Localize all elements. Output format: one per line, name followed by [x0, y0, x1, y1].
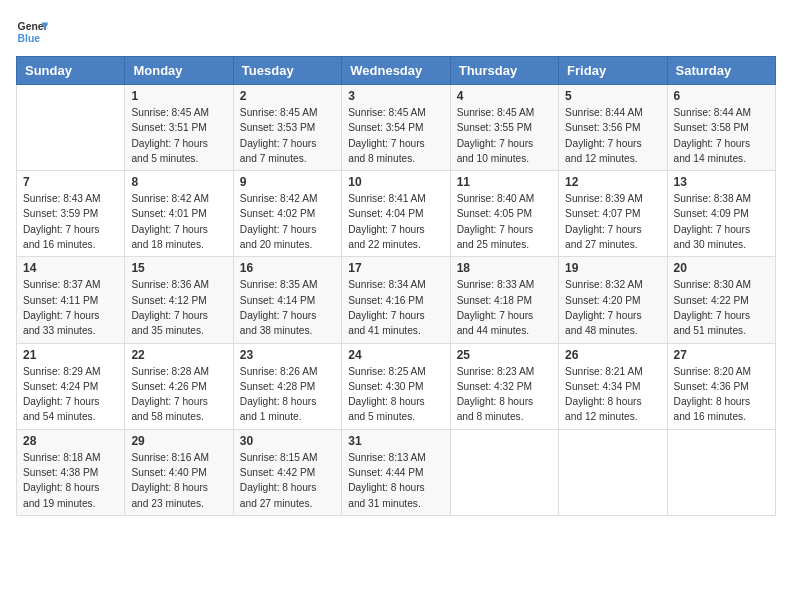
weekday-header-sunday: Sunday — [17, 57, 125, 85]
day-info: Sunrise: 8:40 AMSunset: 4:05 PMDaylight:… — [457, 191, 552, 252]
calendar-cell — [450, 429, 558, 515]
day-number: 15 — [131, 261, 226, 275]
day-number: 17 — [348, 261, 443, 275]
calendar-cell: 17Sunrise: 8:34 AMSunset: 4:16 PMDayligh… — [342, 257, 450, 343]
day-info: Sunrise: 8:16 AMSunset: 4:40 PMDaylight:… — [131, 450, 226, 511]
day-number: 28 — [23, 434, 118, 448]
day-number: 16 — [240, 261, 335, 275]
calendar-cell: 31Sunrise: 8:13 AMSunset: 4:44 PMDayligh… — [342, 429, 450, 515]
day-number: 25 — [457, 348, 552, 362]
calendar-cell: 8Sunrise: 8:42 AMSunset: 4:01 PMDaylight… — [125, 171, 233, 257]
calendar-cell: 2Sunrise: 8:45 AMSunset: 3:53 PMDaylight… — [233, 85, 341, 171]
day-number: 26 — [565, 348, 660, 362]
day-info: Sunrise: 8:42 AMSunset: 4:02 PMDaylight:… — [240, 191, 335, 252]
calendar-week-row: 14Sunrise: 8:37 AMSunset: 4:11 PMDayligh… — [17, 257, 776, 343]
day-info: Sunrise: 8:34 AMSunset: 4:16 PMDaylight:… — [348, 277, 443, 338]
day-number: 12 — [565, 175, 660, 189]
day-number: 6 — [674, 89, 769, 103]
calendar-cell: 13Sunrise: 8:38 AMSunset: 4:09 PMDayligh… — [667, 171, 775, 257]
day-number: 18 — [457, 261, 552, 275]
day-info: Sunrise: 8:21 AMSunset: 4:34 PMDaylight:… — [565, 364, 660, 425]
calendar-table: SundayMondayTuesdayWednesdayThursdayFrid… — [16, 56, 776, 516]
calendar-cell: 22Sunrise: 8:28 AMSunset: 4:26 PMDayligh… — [125, 343, 233, 429]
day-info: Sunrise: 8:33 AMSunset: 4:18 PMDaylight:… — [457, 277, 552, 338]
calendar-cell: 29Sunrise: 8:16 AMSunset: 4:40 PMDayligh… — [125, 429, 233, 515]
day-info: Sunrise: 8:30 AMSunset: 4:22 PMDaylight:… — [674, 277, 769, 338]
day-info: Sunrise: 8:45 AMSunset: 3:54 PMDaylight:… — [348, 105, 443, 166]
calendar-cell: 19Sunrise: 8:32 AMSunset: 4:20 PMDayligh… — [559, 257, 667, 343]
page-header: General Blue — [16, 16, 776, 48]
day-number: 13 — [674, 175, 769, 189]
logo: General Blue — [16, 16, 48, 48]
calendar-cell: 1Sunrise: 8:45 AMSunset: 3:51 PMDaylight… — [125, 85, 233, 171]
day-info: Sunrise: 8:44 AMSunset: 3:58 PMDaylight:… — [674, 105, 769, 166]
weekday-header-thursday: Thursday — [450, 57, 558, 85]
day-info: Sunrise: 8:25 AMSunset: 4:30 PMDaylight:… — [348, 364, 443, 425]
day-info: Sunrise: 8:45 AMSunset: 3:55 PMDaylight:… — [457, 105, 552, 166]
calendar-cell: 18Sunrise: 8:33 AMSunset: 4:18 PMDayligh… — [450, 257, 558, 343]
day-info: Sunrise: 8:39 AMSunset: 4:07 PMDaylight:… — [565, 191, 660, 252]
day-number: 24 — [348, 348, 443, 362]
day-info: Sunrise: 8:23 AMSunset: 4:32 PMDaylight:… — [457, 364, 552, 425]
day-info: Sunrise: 8:29 AMSunset: 4:24 PMDaylight:… — [23, 364, 118, 425]
day-number: 19 — [565, 261, 660, 275]
day-number: 10 — [348, 175, 443, 189]
day-number: 9 — [240, 175, 335, 189]
day-info: Sunrise: 8:41 AMSunset: 4:04 PMDaylight:… — [348, 191, 443, 252]
day-number: 11 — [457, 175, 552, 189]
calendar-cell: 24Sunrise: 8:25 AMSunset: 4:30 PMDayligh… — [342, 343, 450, 429]
calendar-cell: 3Sunrise: 8:45 AMSunset: 3:54 PMDaylight… — [342, 85, 450, 171]
calendar-cell: 15Sunrise: 8:36 AMSunset: 4:12 PMDayligh… — [125, 257, 233, 343]
calendar-cell: 11Sunrise: 8:40 AMSunset: 4:05 PMDayligh… — [450, 171, 558, 257]
day-info: Sunrise: 8:45 AMSunset: 3:51 PMDaylight:… — [131, 105, 226, 166]
calendar-week-row: 7Sunrise: 8:43 AMSunset: 3:59 PMDaylight… — [17, 171, 776, 257]
day-info: Sunrise: 8:36 AMSunset: 4:12 PMDaylight:… — [131, 277, 226, 338]
weekday-header-friday: Friday — [559, 57, 667, 85]
day-info: Sunrise: 8:13 AMSunset: 4:44 PMDaylight:… — [348, 450, 443, 511]
calendar-cell — [17, 85, 125, 171]
day-number: 20 — [674, 261, 769, 275]
day-number: 27 — [674, 348, 769, 362]
day-number: 23 — [240, 348, 335, 362]
day-info: Sunrise: 8:32 AMSunset: 4:20 PMDaylight:… — [565, 277, 660, 338]
calendar-cell: 6Sunrise: 8:44 AMSunset: 3:58 PMDaylight… — [667, 85, 775, 171]
day-info: Sunrise: 8:28 AMSunset: 4:26 PMDaylight:… — [131, 364, 226, 425]
day-number: 4 — [457, 89, 552, 103]
calendar-cell: 10Sunrise: 8:41 AMSunset: 4:04 PMDayligh… — [342, 171, 450, 257]
day-number: 30 — [240, 434, 335, 448]
calendar-cell: 23Sunrise: 8:26 AMSunset: 4:28 PMDayligh… — [233, 343, 341, 429]
weekday-header-wednesday: Wednesday — [342, 57, 450, 85]
day-number: 2 — [240, 89, 335, 103]
calendar-cell: 9Sunrise: 8:42 AMSunset: 4:02 PMDaylight… — [233, 171, 341, 257]
day-number: 5 — [565, 89, 660, 103]
calendar-cell: 16Sunrise: 8:35 AMSunset: 4:14 PMDayligh… — [233, 257, 341, 343]
calendar-week-row: 28Sunrise: 8:18 AMSunset: 4:38 PMDayligh… — [17, 429, 776, 515]
weekday-header-saturday: Saturday — [667, 57, 775, 85]
calendar-cell: 14Sunrise: 8:37 AMSunset: 4:11 PMDayligh… — [17, 257, 125, 343]
calendar-cell: 20Sunrise: 8:30 AMSunset: 4:22 PMDayligh… — [667, 257, 775, 343]
calendar-cell: 26Sunrise: 8:21 AMSunset: 4:34 PMDayligh… — [559, 343, 667, 429]
day-info: Sunrise: 8:35 AMSunset: 4:14 PMDaylight:… — [240, 277, 335, 338]
day-number: 1 — [131, 89, 226, 103]
day-info: Sunrise: 8:42 AMSunset: 4:01 PMDaylight:… — [131, 191, 226, 252]
svg-text:Blue: Blue — [18, 33, 41, 44]
day-info: Sunrise: 8:20 AMSunset: 4:36 PMDaylight:… — [674, 364, 769, 425]
weekday-header-row: SundayMondayTuesdayWednesdayThursdayFrid… — [17, 57, 776, 85]
weekday-header-tuesday: Tuesday — [233, 57, 341, 85]
calendar-cell: 25Sunrise: 8:23 AMSunset: 4:32 PMDayligh… — [450, 343, 558, 429]
calendar-cell: 4Sunrise: 8:45 AMSunset: 3:55 PMDaylight… — [450, 85, 558, 171]
calendar-week-row: 21Sunrise: 8:29 AMSunset: 4:24 PMDayligh… — [17, 343, 776, 429]
calendar-cell: 12Sunrise: 8:39 AMSunset: 4:07 PMDayligh… — [559, 171, 667, 257]
day-number: 29 — [131, 434, 226, 448]
calendar-cell: 28Sunrise: 8:18 AMSunset: 4:38 PMDayligh… — [17, 429, 125, 515]
day-number: 31 — [348, 434, 443, 448]
day-info: Sunrise: 8:26 AMSunset: 4:28 PMDaylight:… — [240, 364, 335, 425]
calendar-cell — [559, 429, 667, 515]
day-info: Sunrise: 8:15 AMSunset: 4:42 PMDaylight:… — [240, 450, 335, 511]
day-number: 22 — [131, 348, 226, 362]
day-number: 21 — [23, 348, 118, 362]
calendar-cell: 5Sunrise: 8:44 AMSunset: 3:56 PMDaylight… — [559, 85, 667, 171]
day-info: Sunrise: 8:43 AMSunset: 3:59 PMDaylight:… — [23, 191, 118, 252]
day-number: 8 — [131, 175, 226, 189]
calendar-week-row: 1Sunrise: 8:45 AMSunset: 3:51 PMDaylight… — [17, 85, 776, 171]
